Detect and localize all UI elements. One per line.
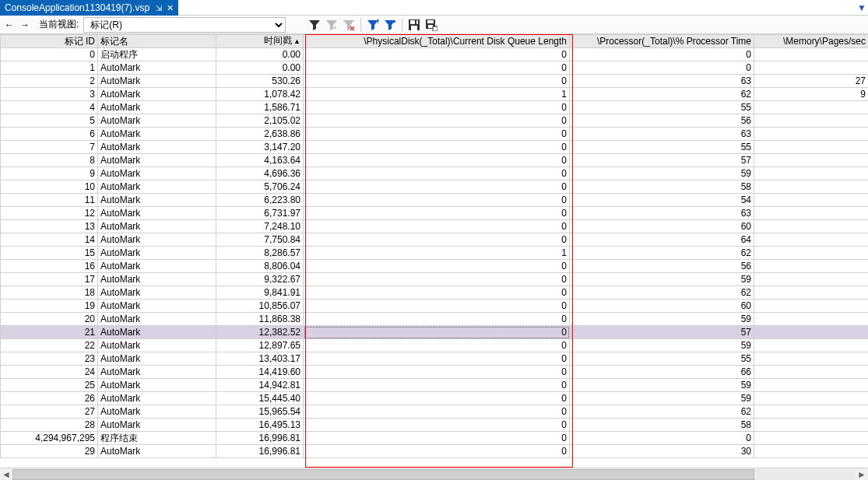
cell-id[interactable]: 28 bbox=[1, 419, 98, 432]
cell-ts[interactable]: 9,841.91 bbox=[216, 286, 304, 300]
cell-id[interactable]: 23 bbox=[1, 352, 98, 366]
cell-proc[interactable]: 64 bbox=[570, 233, 754, 247]
cell-mem[interactable] bbox=[754, 154, 869, 167]
cell-proc[interactable]: 59 bbox=[570, 339, 754, 352]
cell-proc[interactable]: 30 bbox=[570, 445, 754, 458]
cell-id[interactable]: 27 bbox=[1, 405, 98, 419]
grid-scroll[interactable]: 标记 ID标记名时间戳▲\PhysicalDisk(_Total)\Curren… bbox=[0, 34, 868, 468]
cell-ts[interactable]: 13,403.17 bbox=[216, 352, 304, 366]
table-row[interactable]: 5AutoMark2,105.02056 bbox=[1, 114, 869, 128]
cell-id[interactable]: 16 bbox=[1, 260, 98, 273]
cell-name[interactable]: AutoMark bbox=[98, 392, 216, 405]
cell-diskq[interactable]: 0 bbox=[304, 379, 570, 392]
cell-mem[interactable] bbox=[754, 48, 869, 61]
cell-id[interactable]: 12 bbox=[1, 207, 98, 220]
cell-diskq[interactable]: 0 bbox=[304, 352, 570, 366]
cell-proc[interactable]: 59 bbox=[570, 392, 754, 405]
cell-id[interactable]: 21 bbox=[1, 326, 98, 339]
cell-mem[interactable] bbox=[754, 167, 869, 180]
cell-diskq[interactable]: 0 bbox=[304, 419, 570, 432]
filter-clear-button[interactable] bbox=[342, 18, 356, 32]
cell-mem[interactable] bbox=[754, 141, 869, 154]
cell-ts[interactable]: 6,731.97 bbox=[216, 207, 304, 220]
cell-name[interactable]: AutoMark bbox=[98, 260, 216, 273]
cell-diskq[interactable]: 0 bbox=[304, 194, 570, 207]
cell-ts[interactable]: 9,322.67 bbox=[216, 273, 304, 286]
cell-id[interactable]: 9 bbox=[1, 167, 98, 180]
cell-diskq[interactable]: 0 bbox=[304, 141, 570, 154]
table-row[interactable]: 16AutoMark8,806.04056 bbox=[1, 260, 869, 273]
cell-id[interactable]: 19 bbox=[1, 300, 98, 313]
cell-mem[interactable] bbox=[754, 101, 869, 114]
table-row[interactable]: 3AutoMark1,078.421629 bbox=[1, 88, 869, 101]
cell-proc[interactable]: 59 bbox=[570, 379, 754, 392]
cell-diskq[interactable]: 0 bbox=[304, 326, 570, 339]
cell-name[interactable]: AutoMark bbox=[98, 445, 216, 458]
cell-mem[interactable] bbox=[754, 313, 869, 326]
cell-mem[interactable] bbox=[754, 207, 869, 220]
cell-name[interactable]: AutoMark bbox=[98, 154, 216, 167]
cell-name[interactable]: AutoMark bbox=[98, 61, 216, 75]
table-row[interactable]: 2AutoMark530.2606327 bbox=[1, 75, 869, 88]
cell-mem[interactable]: 9 bbox=[754, 88, 869, 101]
cell-ts[interactable]: 14,942.81 bbox=[216, 379, 304, 392]
cell-diskq[interactable]: 0 bbox=[304, 220, 570, 233]
cell-diskq[interactable]: 1 bbox=[304, 88, 570, 101]
cell-proc[interactable]: 59 bbox=[570, 273, 754, 286]
cell-proc[interactable]: 56 bbox=[570, 114, 754, 128]
cell-name[interactable]: AutoMark bbox=[98, 220, 216, 233]
cell-name[interactable]: AutoMark bbox=[98, 405, 216, 419]
cell-mem[interactable] bbox=[754, 326, 869, 339]
cell-proc[interactable]: 55 bbox=[570, 141, 754, 154]
cell-ts[interactable]: 8,806.04 bbox=[216, 260, 304, 273]
cell-mem[interactable] bbox=[754, 233, 869, 247]
horizontal-scrollbar[interactable]: ◄ ► bbox=[0, 468, 868, 480]
cell-id[interactable]: 5 bbox=[1, 114, 98, 128]
cell-id[interactable]: 14 bbox=[1, 233, 98, 247]
cell-name[interactable]: AutoMark bbox=[98, 114, 216, 128]
cell-proc[interactable]: 0 bbox=[570, 432, 754, 445]
cell-proc[interactable]: 56 bbox=[570, 260, 754, 273]
cell-name[interactable]: AutoMark bbox=[98, 167, 216, 180]
cell-ts[interactable]: 0.00 bbox=[216, 48, 304, 61]
cell-id[interactable]: 8 bbox=[1, 154, 98, 167]
table-row[interactable]: 26AutoMark15,445.40059 bbox=[1, 392, 869, 405]
cell-mem[interactable]: 27 bbox=[754, 75, 869, 88]
cell-name[interactable]: AutoMark bbox=[98, 313, 216, 326]
scroll-right-arrow[interactable]: ► bbox=[856, 469, 868, 480]
column-header-mem[interactable]: \Memory\Pages/sec bbox=[754, 35, 869, 48]
cell-ts[interactable]: 3,147.20 bbox=[216, 141, 304, 154]
cell-id[interactable]: 4,294,967,295 bbox=[1, 432, 98, 445]
cell-proc[interactable]: 62 bbox=[570, 88, 754, 101]
table-row[interactable]: 28AutoMark16,495.13058 bbox=[1, 419, 869, 432]
cell-name[interactable]: 启动程序 bbox=[98, 48, 216, 61]
cell-diskq[interactable]: 0 bbox=[304, 75, 570, 88]
cell-ts[interactable]: 1,078.42 bbox=[216, 88, 304, 101]
cell-diskq[interactable]: 0 bbox=[304, 114, 570, 128]
cell-ts[interactable]: 10,856.07 bbox=[216, 300, 304, 313]
cell-ts[interactable]: 1,586.71 bbox=[216, 101, 304, 114]
cell-ts[interactable]: 530.26 bbox=[216, 75, 304, 88]
table-row[interactable]: 7AutoMark3,147.20055 bbox=[1, 141, 869, 154]
cell-mem[interactable] bbox=[754, 352, 869, 366]
cell-proc[interactable]: 63 bbox=[570, 207, 754, 220]
cell-proc[interactable]: 62 bbox=[570, 247, 754, 260]
scroll-thumb[interactable] bbox=[12, 469, 754, 480]
table-row[interactable]: 23AutoMark13,403.17055 bbox=[1, 352, 869, 366]
cell-name[interactable]: AutoMark bbox=[98, 273, 216, 286]
cell-diskq[interactable]: 0 bbox=[304, 445, 570, 458]
cell-id[interactable]: 6 bbox=[1, 128, 98, 141]
cell-ts[interactable]: 12,382.52 bbox=[216, 326, 304, 339]
table-row[interactable]: 29AutoMark16,996.81030 bbox=[1, 445, 869, 458]
cell-diskq[interactable]: 0 bbox=[304, 48, 570, 61]
cell-diskq[interactable]: 0 bbox=[304, 300, 570, 313]
cell-name[interactable]: AutoMark bbox=[98, 88, 216, 101]
cell-proc[interactable]: 0 bbox=[570, 61, 754, 75]
table-row[interactable]: 1AutoMark0.0000 bbox=[1, 61, 869, 75]
cell-proc[interactable]: 59 bbox=[570, 167, 754, 180]
cell-diskq[interactable]: 0 bbox=[304, 101, 570, 114]
cell-ts[interactable]: 4,696.36 bbox=[216, 167, 304, 180]
cell-diskq[interactable]: 0 bbox=[304, 286, 570, 300]
cell-diskq[interactable]: 1 bbox=[304, 247, 570, 260]
data-grid[interactable]: 标记 ID标记名时间戳▲\PhysicalDisk(_Total)\Curren… bbox=[0, 34, 868, 458]
